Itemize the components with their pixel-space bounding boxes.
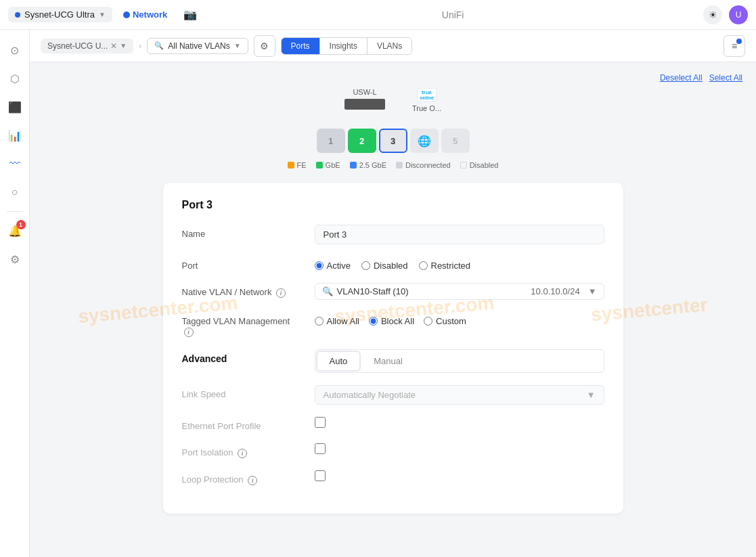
allow-all-option[interactable]: Allow All: [315, 316, 359, 326]
native-vlan-row: Native VLAN / Network i 🔍 VLAN10-Staff (…: [182, 283, 604, 300]
content-area: Deselect All Select All USW-L true onlin…: [30, 62, 756, 557]
site-selector[interactable]: Sysnet-UCG Ultra ▼: [8, 7, 112, 22]
vlan-subnet: 10.0.10.0/24: [531, 286, 579, 296]
search-icon: 🔍: [154, 41, 164, 50]
port-5[interactable]: 5: [441, 129, 470, 153]
sidebar: ⊙ ⬡ ⬛ 📊 〰 ○ 🔔 ⚙: [0, 30, 30, 557]
port-disabled-option[interactable]: Disabled: [361, 261, 408, 271]
port-4[interactable]: 🌐: [410, 129, 439, 153]
tagged-vlan-label: Tagged VLAN Management i: [182, 312, 304, 337]
link-speed-label: Link Speed: [182, 385, 304, 399]
advanced-row: Advanced Auto Manual: [182, 349, 604, 373]
sidebar-item-dashboard[interactable]: ⊙: [3, 38, 27, 62]
network-dot: [123, 12, 130, 18]
sidebar-item-alerts[interactable]: 🔔: [3, 219, 27, 243]
legend-gbe: GbE: [316, 161, 340, 169]
tab-ports[interactable]: Ports: [282, 38, 320, 54]
loop-protection-info-icon[interactable]: i: [248, 476, 257, 485]
port-disabled-radio[interactable]: [361, 261, 370, 270]
allow-all-radio[interactable]: [315, 317, 324, 326]
deselect-all-button[interactable]: Deselect All: [660, 73, 703, 83]
close-icon[interactable]: ✕: [110, 41, 117, 51]
allow-all-label: Allow All: [327, 316, 359, 326]
legend-disconnected: Disconnected: [396, 161, 451, 169]
ethernet-port-checkbox[interactable]: [315, 417, 326, 428]
port-label: Port: [182, 257, 304, 271]
legend-fe-label: FE: [297, 161, 307, 169]
port-active-label: Active: [327, 261, 351, 271]
manual-button[interactable]: Manual: [361, 350, 415, 372]
name-label: Name: [182, 225, 304, 239]
avatar[interactable]: U: [729, 5, 748, 24]
port-2[interactable]: 2: [348, 129, 376, 153]
legend-gbe25-dot: [350, 162, 357, 169]
chevron-down-icon: ▼: [234, 42, 241, 49]
sidebar-item-devices[interactable]: ⬛: [3, 95, 27, 119]
port-1-label: 1: [328, 136, 333, 146]
custom-radio[interactable]: [424, 317, 432, 326]
name-input[interactable]: [315, 225, 604, 244]
sidebar-item-stats[interactable]: 📊: [3, 123, 27, 148]
link-speed-text: Automatically Negotiate: [324, 390, 416, 400]
block-all-radio[interactable]: [369, 317, 378, 326]
topology-icon: ⬡: [10, 72, 20, 85]
theme-toggle-button[interactable]: ☀: [703, 5, 722, 24]
port-1[interactable]: 1: [317, 129, 345, 153]
legend-fe-dot: [288, 162, 294, 169]
auto-button[interactable]: Auto: [316, 351, 361, 372]
sidebar-item-security[interactable]: ○: [3, 180, 27, 204]
port-active-radio[interactable]: [315, 261, 324, 270]
port-isolation-checkbox[interactable]: [315, 443, 326, 454]
port-isolation-info-icon[interactable]: i: [238, 449, 247, 458]
sidebar-item-settings[interactable]: ⚙: [3, 247, 27, 271]
custom-option[interactable]: Custom: [424, 316, 466, 326]
usw-image: [344, 99, 385, 110]
native-vlan-info-icon[interactable]: i: [276, 288, 286, 298]
tab-vlans[interactable]: VLANs: [368, 38, 412, 54]
port-3[interactable]: 3: [379, 129, 407, 153]
theme-icon: ☀: [709, 9, 717, 20]
legend-fe: FE: [288, 161, 307, 169]
loop-protection-checkbox[interactable]: [315, 470, 326, 481]
filter-icon-button[interactable]: ≡: [724, 35, 745, 57]
port-isolation-value: [315, 443, 604, 456]
gear-icon: ⚙: [260, 41, 269, 51]
custom-label: Custom: [436, 316, 466, 326]
vlan-search-icon: 🔍: [322, 286, 333, 296]
ethernet-port-row: Ethernet Port Profile: [182, 417, 604, 431]
alerts-icon: 🔔: [8, 225, 22, 238]
port-restricted-radio[interactable]: [419, 261, 428, 270]
chevron-down-icon[interactable]: ▼: [120, 42, 127, 49]
port-restricted-option[interactable]: Restricted: [419, 261, 471, 271]
select-all-button[interactable]: Select All: [709, 73, 742, 83]
network-nav[interactable]: Network: [118, 7, 173, 22]
vlan-filter-dropdown[interactable]: 🔍 All Native VLANs ▼: [147, 38, 248, 54]
tagged-vlan-info-icon[interactable]: i: [184, 328, 194, 337]
network-icon: 〰: [9, 158, 20, 170]
breadcrumb-site[interactable]: Sysnet-UCG U... ✕ ▼: [41, 39, 133, 53]
block-all-option[interactable]: Block All: [369, 316, 414, 326]
tagged-vlan-row: Tagged VLAN Management i Allow All Block…: [182, 312, 604, 337]
settings-button[interactable]: ⚙: [254, 35, 275, 57]
stats-icon: 📊: [8, 129, 22, 142]
site-name: Sysnet-UCG Ultra: [24, 9, 95, 20]
port-isolation-row: Port Isolation i: [182, 443, 604, 458]
device-usw-label: USW-L: [353, 88, 376, 96]
native-vlan-value: 🔍 VLAN10-Staff (10) 10.0.10.0/24 ▼: [315, 283, 604, 300]
port-disabled-label: Disabled: [374, 261, 408, 271]
tab-insights[interactable]: Insights: [320, 38, 368, 54]
sidebar-item-topology[interactable]: ⬡: [3, 66, 27, 91]
sidebar-item-network[interactable]: 〰: [3, 152, 27, 176]
loop-protection-label: Loop Protection i: [182, 470, 304, 485]
advanced-mode-group: Auto Manual: [315, 349, 604, 373]
camera-nav[interactable]: 📷: [178, 5, 202, 24]
legend-disconnected-dot: [396, 162, 403, 169]
legend-gbe-dot: [316, 162, 323, 169]
port-radio-group: Active Disabled Restricted: [315, 257, 604, 271]
ports-row: 1 2 3 🌐 5: [43, 129, 742, 153]
native-vlan-select[interactable]: 🔍 VLAN10-Staff (10) 10.0.10.0/24 ▼: [315, 283, 604, 300]
ethernet-port-value: [315, 417, 604, 430]
port-active-option[interactable]: Active: [315, 261, 351, 271]
settings-icon: ⚙: [10, 253, 20, 266]
avatar-initials: U: [736, 10, 742, 20]
